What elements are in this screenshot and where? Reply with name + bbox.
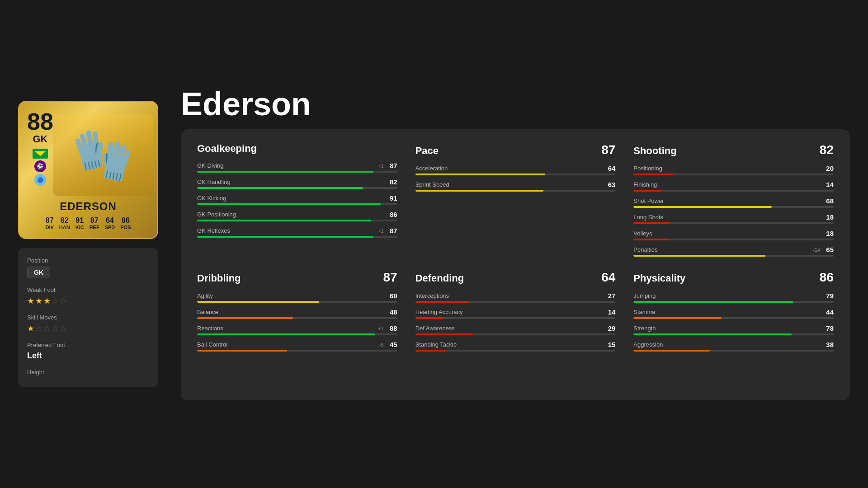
player-name-card: Ederson xyxy=(60,200,117,213)
stat-label: Interceptions xyxy=(415,292,449,299)
stat-bar xyxy=(197,317,397,319)
stat-value: 91 xyxy=(387,194,397,202)
stat-bar xyxy=(633,301,834,303)
height-row: Height xyxy=(27,369,149,378)
stat-label: Standing Tackle xyxy=(415,341,457,348)
stat-modifier: -14 xyxy=(813,247,820,253)
stat-value: 63 xyxy=(604,181,615,188)
stat-bar-fill xyxy=(197,220,371,221)
stat-value: 14 xyxy=(823,181,834,188)
stat-row: Ball Control-545 xyxy=(197,341,397,352)
category-dribbling: Dribbling87Agility60Balance48Reactions+1… xyxy=(197,270,397,387)
stat-row: Aggression38 xyxy=(633,341,834,352)
category-name-defending: Defending xyxy=(415,272,464,284)
stat-label: Ball Control xyxy=(197,341,227,348)
height-label: Height xyxy=(27,369,149,375)
stat-row: Positioning20 xyxy=(633,164,834,175)
category-score-shooting: 82 xyxy=(820,143,834,157)
stat-row: Standing Tackle15 xyxy=(415,341,616,352)
stat-label: Strength xyxy=(633,325,656,332)
stat-bar xyxy=(197,333,397,335)
stat-value: 18 xyxy=(823,213,834,221)
stat-label: GK Diving xyxy=(197,162,224,169)
stat-row: Balance48 xyxy=(197,308,397,319)
stat-bar-fill xyxy=(197,317,293,319)
stat-bar xyxy=(633,255,834,257)
card-stat-ref: 87 REF xyxy=(90,216,99,230)
category-header-defending: Defending64 xyxy=(415,270,616,285)
stat-bar-fill xyxy=(633,190,661,192)
weak-foot-row: Weak Foot ★★★☆☆ xyxy=(27,286,149,306)
stat-label: Jumping xyxy=(633,292,656,299)
stat-bar xyxy=(633,350,834,352)
stat-value: 86 xyxy=(387,211,397,218)
stat-value: 29 xyxy=(604,324,615,332)
stat-modifier: +1 xyxy=(378,163,384,169)
stat-bar-fill xyxy=(197,187,363,189)
stat-row: GK Handling82 xyxy=(197,178,397,189)
stat-value: 87 xyxy=(387,162,397,169)
stat-bar-fill xyxy=(415,350,445,352)
position-row: Position GK xyxy=(27,257,149,278)
stat-value: 20 xyxy=(823,164,834,172)
player-title: Ederson xyxy=(181,88,850,120)
stat-value: 48 xyxy=(387,308,397,316)
stat-row: GK Kicking91 xyxy=(197,194,397,205)
stat-bar xyxy=(197,203,397,205)
stat-value: 88 xyxy=(387,324,397,332)
stat-bar xyxy=(415,333,616,335)
category-name-physicality: Physicality xyxy=(633,272,685,284)
stat-value: 78 xyxy=(823,324,834,332)
stat-row: Reactions+188 xyxy=(197,324,397,335)
card-stats-row: 87 DIV 82 HAN 91 KIC 87 REF 64 SPD 86 PO… xyxy=(46,216,131,230)
card-position: GK xyxy=(33,133,47,145)
category-pace: Pace87Acceleration64Sprint Speed63 xyxy=(415,143,616,259)
category-name-dribbling: Dribbling xyxy=(197,272,241,284)
stat-label: Penalties xyxy=(633,246,657,253)
preferred-foot-row: Preferred Foot Left xyxy=(27,342,149,361)
stat-bar xyxy=(633,174,834,175)
stat-bar xyxy=(197,187,397,189)
card-rating: 88 xyxy=(27,110,53,133)
stat-row: Interceptions27 xyxy=(415,292,616,303)
stat-bar-fill xyxy=(633,317,722,319)
stat-bar-fill xyxy=(197,333,375,335)
stat-bar xyxy=(633,239,834,240)
skill-moves-stars: ★☆☆☆☆ xyxy=(27,324,149,333)
skill-moves-row: Skill Moves ★☆☆☆☆ xyxy=(27,314,149,333)
card-stat-div: 87 DIV xyxy=(46,216,54,230)
category-header-physicality: Physicality86 xyxy=(633,270,834,285)
stat-row: Stamina44 xyxy=(633,308,834,319)
stat-bar xyxy=(415,301,616,303)
position-label: Position xyxy=(27,257,149,264)
stat-bar-fill xyxy=(633,222,670,224)
stat-row: GK Reflexes+187 xyxy=(197,227,397,238)
stat-bar xyxy=(415,190,616,192)
stat-bar-fill xyxy=(197,350,287,352)
category-goalkeeping: GoalkeepingGK Diving+187GK Handling82GK … xyxy=(197,143,397,259)
category-defending: Defending64Interceptions27Heading Accura… xyxy=(415,270,616,387)
stat-label: Def Awareness xyxy=(415,325,455,332)
stat-row: Finishing14 xyxy=(633,181,834,192)
category-score-defending: 64 xyxy=(601,270,615,285)
stat-value: 38 xyxy=(823,341,834,348)
sidebar-info: Position GK Weak Foot ★★★☆☆ Skill Moves … xyxy=(18,248,158,387)
stat-bar xyxy=(197,220,397,221)
stat-bar-fill xyxy=(197,203,381,205)
stat-label: Long Shots xyxy=(633,214,663,221)
stats-panel: GoalkeepingGK Diving+187GK Handling82GK … xyxy=(181,129,850,400)
stat-bar-fill xyxy=(633,301,793,303)
stat-row: Heading Accuracy14 xyxy=(415,308,616,319)
stat-row: Penalties-1465 xyxy=(633,246,834,257)
stat-value: 15 xyxy=(604,341,615,348)
card-stat-spd: 64 SPD xyxy=(105,216,115,230)
stat-value: 64 xyxy=(604,164,615,172)
stat-bar-fill xyxy=(633,333,792,335)
player-card: 88 GK ⚽ 🔵 🧤 Ederson xyxy=(18,101,158,239)
stat-bar-fill xyxy=(633,255,765,257)
category-name-goalkeeping: Goalkeeping xyxy=(197,143,257,155)
stat-modifier: -5 xyxy=(379,342,384,347)
stat-bar xyxy=(633,222,834,224)
stat-row: Shot Power68 xyxy=(633,197,834,208)
stat-label: GK Reflexes xyxy=(197,227,230,234)
